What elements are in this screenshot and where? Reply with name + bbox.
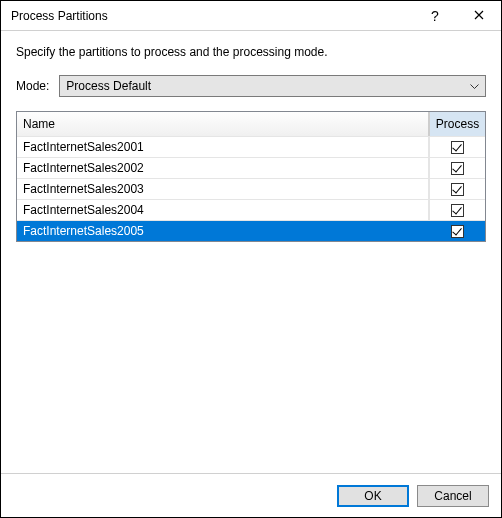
help-button[interactable]: ?	[413, 1, 457, 30]
table-row[interactable]: FactInternetSales2002	[17, 157, 485, 178]
process-checkbox[interactable]	[451, 183, 464, 196]
instruction-text: Specify the partitions to process and th…	[16, 45, 486, 59]
partition-name: FactInternetSales2002	[23, 161, 144, 175]
partition-name-cell: FactInternetSales2004	[17, 200, 429, 220]
partition-name: FactInternetSales2001	[23, 140, 144, 154]
partition-name-cell: FactInternetSales2002	[17, 158, 429, 178]
partition-name-cell: FactInternetSales2005	[17, 221, 429, 241]
ok-button[interactable]: OK	[337, 485, 409, 507]
window-title: Process Partitions	[11, 9, 413, 23]
process-cell	[429, 179, 485, 199]
table-row[interactable]: FactInternetSales2004	[17, 199, 485, 220]
partitions-grid: Name Process FactInternetSales2001FactIn…	[16, 111, 486, 242]
table-row[interactable]: FactInternetSales2003	[17, 178, 485, 199]
partition-name: FactInternetSales2004	[23, 203, 144, 217]
process-cell	[429, 200, 485, 220]
mode-select-value: Process Default	[66, 79, 151, 93]
dialog-content: Specify the partitions to process and th…	[1, 31, 501, 473]
process-checkbox[interactable]	[451, 141, 464, 154]
process-checkbox[interactable]	[451, 162, 464, 175]
ok-button-label: OK	[364, 489, 381, 503]
chevron-down-icon	[470, 81, 479, 92]
column-header-process[interactable]: Process	[429, 112, 485, 136]
grid-body: FactInternetSales2001FactInternetSales20…	[17, 136, 485, 241]
mode-select[interactable]: Process Default	[59, 75, 486, 97]
dialog-footer: OK Cancel	[1, 473, 501, 517]
process-cell	[429, 221, 485, 241]
column-header-process-label: Process	[436, 117, 479, 131]
mode-label: Mode:	[16, 79, 49, 93]
partition-name-cell: FactInternetSales2003	[17, 179, 429, 199]
partition-name-cell: FactInternetSales2001	[17, 137, 429, 157]
process-checkbox[interactable]	[451, 225, 464, 238]
column-header-name[interactable]: Name	[17, 112, 429, 136]
column-header-name-label: Name	[23, 117, 55, 131]
cancel-button[interactable]: Cancel	[417, 485, 489, 507]
partition-name: FactInternetSales2003	[23, 182, 144, 196]
partition-name: FactInternetSales2005	[23, 224, 144, 238]
process-cell	[429, 158, 485, 178]
grid-header: Name Process	[17, 112, 485, 136]
process-cell	[429, 137, 485, 157]
help-icon: ?	[431, 8, 439, 24]
table-row[interactable]: FactInternetSales2005	[17, 220, 485, 241]
table-row[interactable]: FactInternetSales2001	[17, 136, 485, 157]
cancel-button-label: Cancel	[434, 489, 471, 503]
close-icon	[474, 9, 484, 23]
titlebar: Process Partitions ?	[1, 1, 501, 31]
close-button[interactable]	[457, 1, 501, 30]
process-checkbox[interactable]	[451, 204, 464, 217]
mode-row: Mode: Process Default	[16, 75, 486, 97]
